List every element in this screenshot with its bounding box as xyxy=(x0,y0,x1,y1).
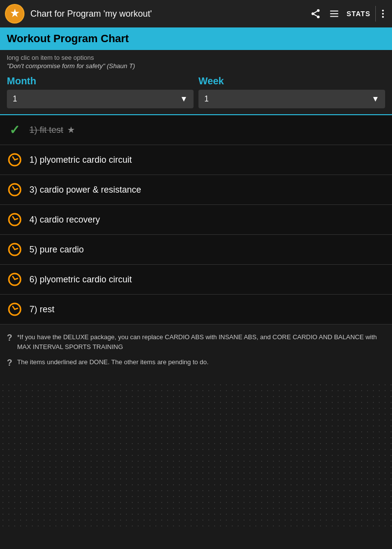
svg-line-22 xyxy=(15,219,18,220)
workout-item-text: 6) plyometric cardio circuit xyxy=(29,274,132,285)
app-title: Chart for Program 'my workout' xyxy=(30,9,306,19)
workout-item-text: 1) fit test xyxy=(29,125,63,135)
svg-point-4 xyxy=(312,12,315,15)
svg-line-16 xyxy=(15,159,18,160)
week-selector-group: Week 1 ▼ xyxy=(198,75,385,108)
subtitle-area: long clic on item to see options "Don't … xyxy=(0,50,392,72)
workout-item-rest[interactable]: 7) rest xyxy=(0,295,392,324)
svg-point-11 xyxy=(382,10,384,12)
week-value: 1 xyxy=(204,95,371,103)
svg-point-12 xyxy=(382,13,384,15)
svg-rect-8 xyxy=(330,11,339,12)
svg-line-28 xyxy=(15,278,18,279)
svg-point-13 xyxy=(382,16,384,18)
svg-point-3 xyxy=(317,9,320,12)
note-text: *If you have the DELUXE package, you can… xyxy=(17,332,385,351)
workout-item-pure-cardio[interactable]: 5) pure cardio xyxy=(0,235,392,265)
clock-icon xyxy=(7,182,23,198)
clock-icon xyxy=(7,242,23,257)
workout-item-cardio-power-resistance[interactable]: 3) cardio power & resistance xyxy=(0,175,392,205)
svg-line-6 xyxy=(314,14,317,16)
workout-item-plyometric-cardio-circuit[interactable]: 1) plyometric cardio circuit xyxy=(0,145,392,175)
workout-item-plyometric-cardio-circuit-2[interactable]: 6) plyometric cardio circuit xyxy=(0,265,392,295)
menu-list-button[interactable] xyxy=(325,4,343,23)
svg-line-7 xyxy=(314,11,317,13)
clock-svg-icon xyxy=(8,153,22,167)
workout-item-text: 4) cardio recovery xyxy=(29,215,100,225)
app-bar: ★ Chart for Program 'my workout' STATS xyxy=(0,0,392,27)
note-question-mark-icon: ? xyxy=(7,333,12,343)
svg-point-5 xyxy=(317,16,320,18)
month-value: 1 xyxy=(13,95,180,103)
page-title: Workout Program Chart xyxy=(7,32,129,45)
long-click-hint: long clic on item to see options xyxy=(7,54,385,61)
week-dropdown-arrow: ▼ xyxy=(371,95,379,103)
svg-line-31 xyxy=(15,308,18,309)
checkmark-icon: ✓ xyxy=(9,123,20,138)
workout-item-text: 7) rest xyxy=(29,304,54,315)
month-dropdown-arrow: ▼ xyxy=(180,95,188,103)
clock-svg-icon xyxy=(8,273,22,286)
workout-list: ✓1) fit test★1) plyometric cardio circui… xyxy=(0,114,392,324)
clock-icon xyxy=(7,301,23,317)
clock-svg-icon xyxy=(8,183,22,197)
workout-item-fit-test[interactable]: ✓1) fit test★ xyxy=(0,115,392,145)
week-dropdown[interactable]: 1 ▼ xyxy=(198,90,385,108)
svg-rect-10 xyxy=(330,16,339,17)
note-question-mark-icon: ? xyxy=(7,358,12,368)
star-icon[interactable]: ★ xyxy=(67,125,75,135)
workout-item-text: 1) plyometric cardio circuit xyxy=(29,155,132,165)
selectors-row: Month 1 ▼ Week 1 ▼ xyxy=(0,72,392,114)
check-icon: ✓ xyxy=(7,122,23,138)
notes-section: ?*If you have the DELUXE package, you ca… xyxy=(0,324,392,382)
dotted-background xyxy=(0,382,392,529)
note-text: The items underlined are DONE. The other… xyxy=(17,357,209,367)
note-row-1: ?The items underlined are DONE. The othe… xyxy=(7,357,385,368)
share-button[interactable] xyxy=(306,4,325,23)
svg-line-19 xyxy=(15,189,18,190)
clock-icon xyxy=(7,152,23,168)
app-logo-icon: ★ xyxy=(4,3,25,25)
week-label: Week xyxy=(198,75,385,87)
workout-item-cardio-recovery[interactable]: 4) cardio recovery xyxy=(0,205,392,235)
month-label: Month xyxy=(7,75,194,87)
note-row-0: ?*If you have the DELUXE package, you ca… xyxy=(7,332,385,351)
clock-svg-icon xyxy=(8,213,22,226)
svg-line-25 xyxy=(15,249,18,250)
workout-item-text: 3) cardio power & resistance xyxy=(29,185,141,195)
overflow-menu-button[interactable] xyxy=(378,4,388,23)
toolbar-divider xyxy=(375,6,376,22)
quote-text: "Don't compromise form for safety" (Shau… xyxy=(7,62,385,70)
workout-item-text: 5) pure cardio xyxy=(29,245,84,255)
clock-svg-icon xyxy=(8,243,22,256)
svg-text:★: ★ xyxy=(10,8,20,19)
stats-button[interactable]: STATS xyxy=(343,6,373,22)
month-selector-group: Month 1 ▼ xyxy=(7,75,194,108)
svg-rect-9 xyxy=(330,13,339,14)
clock-svg-icon xyxy=(8,302,22,316)
page-header: Workout Program Chart xyxy=(0,27,392,50)
clock-icon xyxy=(7,212,23,227)
month-dropdown[interactable]: 1 ▼ xyxy=(7,90,194,108)
clock-icon xyxy=(7,272,23,287)
